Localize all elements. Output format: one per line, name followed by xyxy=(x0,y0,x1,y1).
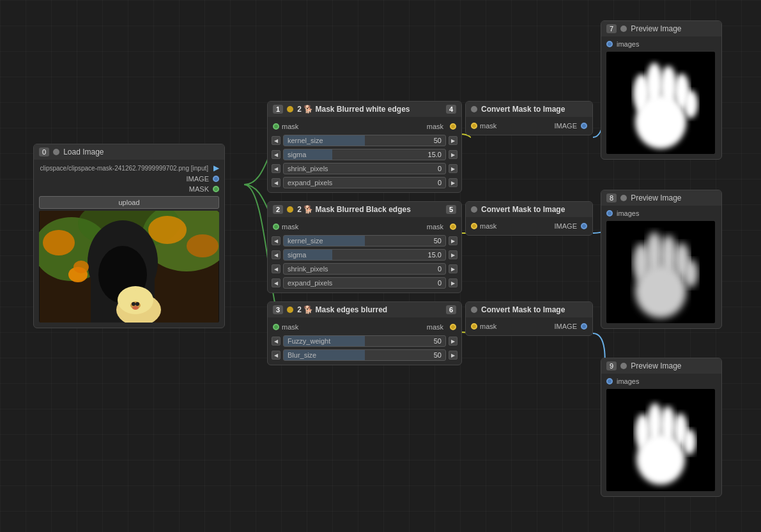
shrink-right-btn-1[interactable]: ▶ xyxy=(449,164,457,173)
convert-4-input-port xyxy=(471,123,477,129)
preview-8-body: images xyxy=(601,206,721,328)
preview-9-node: 9 Preview Image images xyxy=(601,358,722,497)
convert-6-output-port xyxy=(581,323,587,330)
shrink-track-1[interactable]: shrink_pixels 0 xyxy=(283,163,446,174)
kernel-size-track-1[interactable]: kernel_size 50 xyxy=(283,135,446,146)
blur-track[interactable]: Blur_size 50 xyxy=(283,349,446,361)
preview-9-images-port xyxy=(606,378,613,384)
preview-8-images-row: images xyxy=(606,208,716,218)
mask-black-status xyxy=(287,206,293,213)
kernel-size-right-btn-2[interactable]: ▶ xyxy=(449,236,457,245)
convert-4-title: Convert Mask to Image xyxy=(481,105,565,114)
expand-track-1[interactable]: expand_pixels 0 xyxy=(283,177,446,188)
kernel-size-right-btn-1[interactable]: ▶ xyxy=(449,136,457,145)
expand-right-btn-2[interactable]: ▶ xyxy=(449,278,457,287)
preview-7-title: Preview Image xyxy=(631,24,681,33)
expand-row-1: ◀ expand_pixels 0 ▶ xyxy=(268,176,461,190)
blur-left-btn[interactable]: ◀ xyxy=(272,351,281,360)
sigma-value-1: 15.0 xyxy=(428,151,442,158)
preview-9-header: 9 Preview Image xyxy=(601,358,721,374)
convert-6-status xyxy=(471,307,477,313)
sigma-track-1[interactable]: sigma 15.0 xyxy=(283,149,446,160)
sigma-left-btn-1[interactable]: ◀ xyxy=(272,150,281,159)
shrink-label-1: shrink_pixels xyxy=(288,165,328,172)
convert-5-body: mask IMAGE xyxy=(466,217,592,235)
load-image-title: Load Image xyxy=(63,148,104,156)
expand-value-2: 0 xyxy=(438,279,442,287)
sigma-label-2: sigma xyxy=(288,251,306,259)
mask-edges-input-row: mask mask xyxy=(268,320,461,334)
shrink-row-2: ◀ shrink_pixels 0 ▶ xyxy=(268,262,461,276)
blur-right-btn[interactable]: ▶ xyxy=(449,351,457,360)
svg-point-17 xyxy=(132,306,139,310)
expand-right-btn-1[interactable]: ▶ xyxy=(449,178,457,187)
kernel-size-label-1: kernel_size xyxy=(288,137,323,144)
node-id-0: 0 xyxy=(39,148,49,156)
mask-edges-header: 3 2 🐕 Mask edges blurred 6 xyxy=(268,302,461,317)
image-output-label: IMAGE xyxy=(187,175,209,183)
kernel-size-value-2: 50 xyxy=(434,237,442,245)
convert-6-row: mask IMAGE xyxy=(466,320,592,333)
kernel-size-left-btn-2[interactable]: ◀ xyxy=(272,236,281,245)
shrink-right-btn-2[interactable]: ▶ xyxy=(449,264,457,273)
mask-white-node: 1 2 🐕 Mask Blurred white edges 4 mask ma… xyxy=(267,101,462,193)
sigma-label-1: sigma xyxy=(288,151,306,158)
shrink-track-2[interactable]: shrink_pixels 0 xyxy=(283,263,446,275)
mask-output-label: MASK xyxy=(189,185,209,193)
upload-button[interactable]: upload xyxy=(39,196,219,209)
convert-6-body: mask IMAGE xyxy=(466,317,592,335)
svg-point-15 xyxy=(132,302,135,306)
fuzzy-track[interactable]: Fuzzy_weight 50 xyxy=(283,335,446,347)
fuzzy-right-btn[interactable]: ▶ xyxy=(449,337,457,346)
mask-white-input-label: mask xyxy=(282,123,298,130)
mask-black-node: 2 2 🐕 Mask Blurred Black edges 5 mask ma… xyxy=(267,201,462,293)
convert-6-output-label: IMAGE xyxy=(555,323,577,330)
filename-text: clipspace/clipspace-mask-241262.79999999… xyxy=(40,165,208,172)
fuzzy-left-btn[interactable]: ◀ xyxy=(272,337,281,346)
svg-point-5 xyxy=(148,216,187,244)
sigma-left-btn-2[interactable]: ◀ xyxy=(272,250,281,259)
kernel-size-row-1: ◀ kernel_size 50 ▶ xyxy=(268,133,461,148)
convert-6-title: Convert Mask to Image xyxy=(481,305,565,314)
sigma-right-btn-1[interactable]: ▶ xyxy=(449,150,457,159)
blur-value: 50 xyxy=(434,351,442,359)
image-output-port xyxy=(213,176,219,182)
kernel-size-track-2[interactable]: kernel_size 50 xyxy=(283,235,446,247)
preview-9-svg xyxy=(606,389,715,491)
mask-output-port xyxy=(213,186,219,192)
shrink-left-btn-2[interactable]: ◀ xyxy=(272,264,281,273)
preview-8-svg xyxy=(606,221,715,323)
expand-row-2: ◀ expand_pixels 0 ▶ xyxy=(268,276,461,290)
preview-8-node: 8 Preview Image images xyxy=(601,190,722,329)
svg-point-13 xyxy=(133,289,148,301)
preview-7-header: 7 Preview Image xyxy=(601,21,721,36)
play-icon[interactable]: ▶ xyxy=(213,163,219,172)
preview-8-image xyxy=(606,221,715,323)
load-image-node: 0 Load Image clipspace/clipspace-mask-24… xyxy=(33,144,225,328)
load-image-preview xyxy=(39,211,219,323)
convert-4-row: mask IMAGE xyxy=(466,119,592,132)
expand-left-btn-1[interactable]: ◀ xyxy=(272,178,281,187)
sigma-right-btn-2[interactable]: ▶ xyxy=(449,250,457,259)
mask-white-status xyxy=(287,106,293,112)
preview-7-body: images xyxy=(601,36,721,159)
mask-white-title: 2 🐕 Mask Blurred white edges xyxy=(297,105,410,114)
convert-4-body: mask IMAGE xyxy=(466,117,592,135)
preview-7-node: 7 Preview Image images xyxy=(601,20,722,160)
svg-point-19 xyxy=(73,261,89,273)
preview-9-body: images xyxy=(601,374,721,496)
mask-white-header: 1 2 🐕 Mask Blurred white edges 4 xyxy=(268,102,461,117)
shrink-left-btn-1[interactable]: ◀ xyxy=(272,164,281,173)
preview-8-title: Preview Image xyxy=(631,194,681,202)
mask-white-input-port xyxy=(273,123,279,130)
mask-white-body: mask mask ◀ kernel_size 50 ▶ ◀ sigma 15.… xyxy=(268,117,461,192)
svg-point-33 xyxy=(684,259,698,287)
sigma-row-1: ◀ sigma 15.0 ▶ xyxy=(268,148,461,162)
expand-label-1: expand_pixels xyxy=(288,179,332,186)
expand-track-2[interactable]: expand_pixels 0 xyxy=(283,277,446,289)
convert-6-input-label: mask xyxy=(480,323,496,330)
sigma-track-2[interactable]: sigma 15.0 xyxy=(283,249,446,261)
svg-point-6 xyxy=(187,234,219,257)
expand-left-btn-2[interactable]: ◀ xyxy=(272,278,281,287)
kernel-size-left-btn-1[interactable]: ◀ xyxy=(272,136,281,145)
